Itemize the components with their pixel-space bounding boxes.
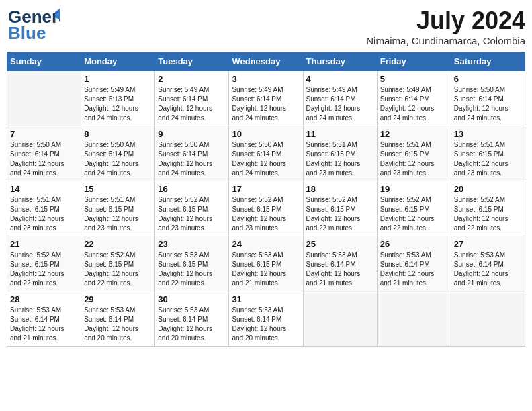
- day-info: Sunrise: 5:53 AM Sunset: 6:14 PM Dayligh…: [10, 306, 78, 343]
- day-number: 13: [454, 129, 522, 139]
- calendar-week-3: 14Sunrise: 5:51 AM Sunset: 6:15 PM Dayli…: [7, 181, 525, 236]
- calendar-day-cell: 28Sunrise: 5:53 AM Sunset: 6:14 PM Dayli…: [7, 291, 81, 347]
- calendar-week-2: 7Sunrise: 5:50 AM Sunset: 6:14 PM Daylig…: [7, 126, 525, 181]
- day-number: 3: [232, 74, 300, 84]
- day-number: 6: [454, 74, 522, 84]
- day-info: Sunrise: 5:52 AM Sunset: 6:15 PM Dayligh…: [380, 195, 448, 233]
- day-number: 20: [454, 184, 522, 194]
- calendar-day-cell: 11Sunrise: 5:51 AM Sunset: 6:15 PM Dayli…: [303, 126, 377, 181]
- calendar-day-cell: 3Sunrise: 5:49 AM Sunset: 6:14 PM Daylig…: [229, 71, 303, 126]
- day-info: Sunrise: 5:52 AM Sunset: 6:15 PM Dayligh…: [158, 195, 226, 233]
- day-number: 23: [158, 239, 226, 249]
- day-info: Sunrise: 5:51 AM Sunset: 6:15 PM Dayligh…: [306, 140, 374, 178]
- day-info: Sunrise: 5:49 AM Sunset: 6:14 PM Dayligh…: [380, 85, 448, 123]
- day-number: 9: [158, 129, 226, 139]
- calendar-day-cell: 20Sunrise: 5:52 AM Sunset: 6:15 PM Dayli…: [451, 181, 525, 236]
- calendar-day-cell: 9Sunrise: 5:50 AM Sunset: 6:14 PM Daylig…: [155, 126, 229, 181]
- calendar-day-cell: 31Sunrise: 5:53 AM Sunset: 6:14 PM Dayli…: [229, 291, 303, 347]
- calendar-day-cell: [303, 291, 377, 347]
- day-info: Sunrise: 5:49 AM Sunset: 6:14 PM Dayligh…: [306, 85, 374, 123]
- day-info: Sunrise: 5:50 AM Sunset: 6:14 PM Dayligh…: [84, 140, 152, 178]
- day-info: Sunrise: 5:51 AM Sunset: 6:15 PM Dayligh…: [84, 195, 152, 233]
- day-number: 15: [84, 184, 152, 194]
- day-info: Sunrise: 5:50 AM Sunset: 6:14 PM Dayligh…: [454, 85, 522, 123]
- day-number: 16: [158, 184, 226, 194]
- calendar-week-4: 21Sunrise: 5:52 AM Sunset: 6:15 PM Dayli…: [7, 236, 525, 291]
- day-number: 10: [232, 129, 300, 139]
- month-year-title: July 2024: [366, 7, 525, 35]
- logo: General Blue: [7, 7, 60, 44]
- calendar-day-cell: 16Sunrise: 5:52 AM Sunset: 6:15 PM Dayli…: [155, 181, 229, 236]
- weekday-header-tuesday: Tuesday: [155, 52, 229, 71]
- calendar-day-cell: 14Sunrise: 5:51 AM Sunset: 6:15 PM Dayli…: [7, 181, 81, 236]
- day-info: Sunrise: 5:52 AM Sunset: 6:15 PM Dayligh…: [232, 195, 300, 233]
- day-info: Sunrise: 5:52 AM Sunset: 6:15 PM Dayligh…: [306, 195, 374, 233]
- day-number: 11: [306, 129, 374, 139]
- calendar-day-cell: 4Sunrise: 5:49 AM Sunset: 6:14 PM Daylig…: [303, 71, 377, 126]
- calendar-day-cell: 17Sunrise: 5:52 AM Sunset: 6:15 PM Dayli…: [229, 181, 303, 236]
- day-number: 30: [158, 294, 226, 304]
- day-number: 22: [84, 239, 152, 249]
- calendar-day-cell: 26Sunrise: 5:53 AM Sunset: 6:14 PM Dayli…: [377, 236, 451, 291]
- day-info: Sunrise: 5:53 AM Sunset: 6:15 PM Dayligh…: [232, 250, 300, 288]
- page-header: General Blue July 2024 Nimaima, Cundinam…: [7, 7, 525, 46]
- day-info: Sunrise: 5:52 AM Sunset: 6:15 PM Dayligh…: [454, 195, 522, 233]
- day-info: Sunrise: 5:53 AM Sunset: 6:14 PM Dayligh…: [232, 306, 300, 343]
- day-info: Sunrise: 5:53 AM Sunset: 6:14 PM Dayligh…: [84, 306, 152, 343]
- day-info: Sunrise: 5:50 AM Sunset: 6:14 PM Dayligh…: [158, 140, 226, 178]
- weekday-header-saturday: Saturday: [451, 52, 525, 71]
- day-info: Sunrise: 5:52 AM Sunset: 6:15 PM Dayligh…: [10, 250, 78, 288]
- weekday-header-sunday: Sunday: [7, 52, 81, 71]
- calendar-day-cell: 10Sunrise: 5:50 AM Sunset: 6:14 PM Dayli…: [229, 126, 303, 181]
- day-info: Sunrise: 5:53 AM Sunset: 6:14 PM Dayligh…: [158, 306, 226, 343]
- day-number: 5: [380, 74, 448, 84]
- day-number: 2: [158, 74, 226, 84]
- calendar-table: SundayMondayTuesdayWednesdayThursdayFrid…: [7, 52, 525, 347]
- logo-svg: General Blue: [7, 7, 60, 44]
- calendar-day-cell: 22Sunrise: 5:52 AM Sunset: 6:15 PM Dayli…: [81, 236, 155, 291]
- day-number: 29: [84, 294, 152, 304]
- calendar-day-cell: 2Sunrise: 5:49 AM Sunset: 6:14 PM Daylig…: [155, 71, 229, 126]
- weekday-header-monday: Monday: [81, 52, 155, 71]
- day-info: Sunrise: 5:53 AM Sunset: 6:14 PM Dayligh…: [306, 250, 374, 288]
- day-number: 8: [84, 129, 152, 139]
- day-info: Sunrise: 5:49 AM Sunset: 6:14 PM Dayligh…: [232, 85, 300, 123]
- day-info: Sunrise: 5:49 AM Sunset: 6:14 PM Dayligh…: [158, 85, 226, 123]
- calendar-day-cell: 15Sunrise: 5:51 AM Sunset: 6:15 PM Dayli…: [81, 181, 155, 236]
- day-number: 1: [84, 74, 152, 84]
- calendar-day-cell: 7Sunrise: 5:50 AM Sunset: 6:14 PM Daylig…: [7, 126, 81, 181]
- calendar-day-cell: 21Sunrise: 5:52 AM Sunset: 6:15 PM Dayli…: [7, 236, 81, 291]
- day-number: 24: [232, 239, 300, 249]
- day-info: Sunrise: 5:50 AM Sunset: 6:14 PM Dayligh…: [232, 140, 300, 178]
- calendar-day-cell: 12Sunrise: 5:51 AM Sunset: 6:15 PM Dayli…: [377, 126, 451, 181]
- calendar-day-cell: [7, 71, 81, 126]
- day-number: 4: [306, 74, 374, 84]
- day-number: 25: [306, 239, 374, 249]
- calendar-day-cell: 27Sunrise: 5:53 AM Sunset: 6:14 PM Dayli…: [451, 236, 525, 291]
- calendar-day-cell: 6Sunrise: 5:50 AM Sunset: 6:14 PM Daylig…: [451, 71, 525, 126]
- weekday-header-wednesday: Wednesday: [229, 52, 303, 71]
- location-subtitle: Nimaima, Cundinamarca, Colombia: [366, 35, 525, 46]
- calendar-day-cell: 30Sunrise: 5:53 AM Sunset: 6:14 PM Dayli…: [155, 291, 229, 347]
- title-area: July 2024 Nimaima, Cundinamarca, Colombi…: [366, 7, 525, 46]
- calendar-day-cell: 8Sunrise: 5:50 AM Sunset: 6:14 PM Daylig…: [81, 126, 155, 181]
- svg-text:Blue: Blue: [8, 23, 46, 43]
- day-number: 21: [10, 239, 78, 249]
- day-number: 12: [380, 129, 448, 139]
- day-info: Sunrise: 5:53 AM Sunset: 6:15 PM Dayligh…: [158, 250, 226, 288]
- day-info: Sunrise: 5:53 AM Sunset: 6:14 PM Dayligh…: [454, 250, 522, 288]
- day-number: 18: [306, 184, 374, 194]
- day-info: Sunrise: 5:52 AM Sunset: 6:15 PM Dayligh…: [84, 250, 152, 288]
- weekday-header-friday: Friday: [377, 52, 451, 71]
- weekday-header-row: SundayMondayTuesdayWednesdayThursdayFrid…: [7, 52, 525, 71]
- calendar-day-cell: 24Sunrise: 5:53 AM Sunset: 6:15 PM Dayli…: [229, 236, 303, 291]
- calendar-week-5: 28Sunrise: 5:53 AM Sunset: 6:14 PM Dayli…: [7, 291, 525, 347]
- day-number: 28: [10, 294, 78, 304]
- calendar-day-cell: 5Sunrise: 5:49 AM Sunset: 6:14 PM Daylig…: [377, 71, 451, 126]
- weekday-header-thursday: Thursday: [303, 52, 377, 71]
- day-number: 17: [232, 184, 300, 194]
- day-info: Sunrise: 5:53 AM Sunset: 6:14 PM Dayligh…: [380, 250, 448, 288]
- day-number: 27: [454, 239, 522, 249]
- calendar-day-cell: 19Sunrise: 5:52 AM Sunset: 6:15 PM Dayli…: [377, 181, 451, 236]
- day-info: Sunrise: 5:50 AM Sunset: 6:14 PM Dayligh…: [10, 140, 78, 178]
